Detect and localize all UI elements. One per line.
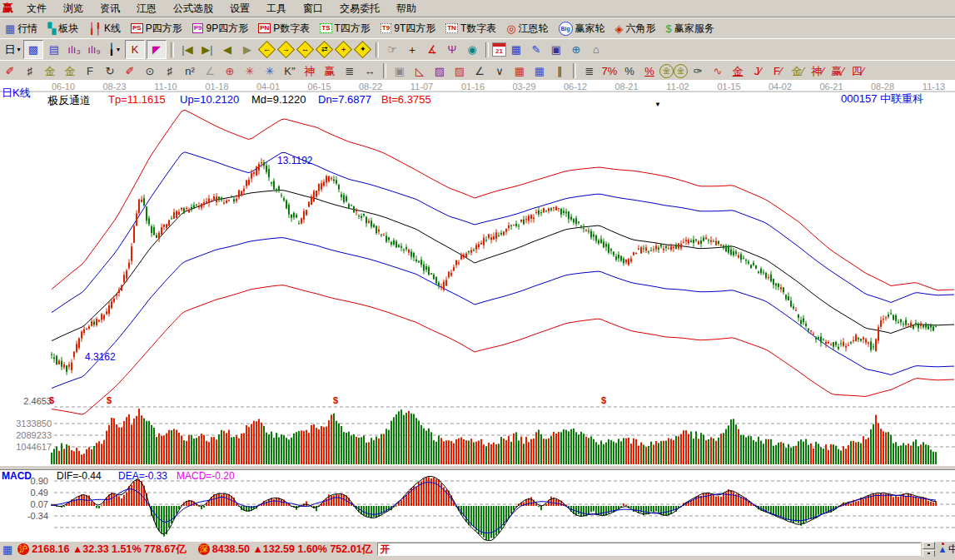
toolbar-p-square-button[interactable]: PSP四方形 bbox=[126, 19, 187, 37]
menu-item[interactable]: 浏览 bbox=[55, 1, 92, 16]
fan-box2-icon[interactable]: ▨ bbox=[450, 62, 469, 80]
ruler-123-icon[interactable]: ≣ bbox=[341, 62, 359, 80]
gann-fan-icon[interactable]: ◺ bbox=[410, 62, 429, 80]
menu-item[interactable]: 文件 bbox=[18, 1, 55, 16]
menu-item[interactable]: 资讯 bbox=[92, 1, 128, 16]
spinner-down-button[interactable] bbox=[923, 550, 935, 558]
a-wave-icon[interactable]: ∿ bbox=[709, 62, 727, 80]
shanghai-badge[interactable]: 沪 bbox=[17, 543, 29, 555]
diamond-zoomin-icon[interactable]: ＋ bbox=[335, 41, 352, 58]
bars-9-icon[interactable]: ılı₉ bbox=[85, 41, 103, 58]
menu-item[interactable]: 交易委托 bbox=[331, 1, 388, 16]
percent-icon[interactable]: % bbox=[620, 62, 639, 80]
wave-shell-icon[interactable]: ◉ bbox=[463, 41, 481, 58]
save-icon[interactable]: ▣ bbox=[547, 41, 565, 58]
pen-black-icon[interactable]: ✑ bbox=[689, 62, 707, 80]
first-page-icon[interactable]: |◀ bbox=[178, 41, 196, 58]
shenzhen-badge[interactable]: 深 bbox=[198, 543, 210, 555]
calculator-icon[interactable]: ▦ bbox=[507, 41, 525, 58]
angle-lines-icon[interactable]: ∠ bbox=[470, 62, 489, 80]
gold-grid-icon[interactable]: 金 bbox=[41, 62, 59, 80]
ying-grid-icon[interactable]: 赢 bbox=[321, 62, 339, 80]
spinner-up-button[interactable] bbox=[923, 542, 935, 549]
j-angle-icon[interactable]: J∕ bbox=[749, 62, 767, 80]
fan-box-icon[interactable]: ▨ bbox=[430, 62, 449, 80]
calendar-icon[interactable]: 21 bbox=[492, 42, 506, 57]
gann-shape-icon[interactable]: Ψ bbox=[443, 41, 461, 58]
toolbar-winner-wheel-button[interactable]: Big赢家轮 bbox=[554, 19, 610, 37]
export-globe-icon[interactable]: ⊕ bbox=[567, 41, 585, 58]
shen-grid-icon[interactable]: 神 bbox=[301, 62, 319, 80]
toolbar-t-table-button[interactable]: TNT数字表 bbox=[440, 19, 501, 37]
si-angle-icon[interactable]: 四∕ bbox=[848, 62, 867, 80]
angle-disabled-icon[interactable]: ∠ bbox=[201, 62, 219, 80]
toolbar-sectors-button[interactable]: ▚板块 bbox=[42, 19, 83, 37]
gold-circle-icon[interactable]: 金 bbox=[659, 64, 674, 78]
toolbar-quotes-button[interactable]: ▦行情 bbox=[0, 19, 42, 37]
grid-tool-icon[interactable]: ♯ bbox=[21, 62, 39, 80]
diamond-right-icon[interactable]: → bbox=[277, 41, 295, 58]
info-list-icon[interactable]: ▤ bbox=[45, 41, 63, 58]
prev-page-icon[interactable]: ◀ bbox=[218, 41, 236, 58]
market-table-icon[interactable]: ▦ bbox=[0, 543, 15, 556]
circle-cross-icon[interactable]: ⊕ bbox=[221, 62, 239, 80]
bars-3-icon[interactable]: ılı₃ bbox=[65, 41, 83, 58]
menu-item[interactable]: 设置 bbox=[221, 1, 258, 16]
n2-grid-icon[interactable]: n² bbox=[181, 62, 199, 80]
candle-style-icon[interactable]: ╽▾ bbox=[105, 41, 123, 58]
toolbar-kline-button[interactable]: ╽╿K线 bbox=[83, 19, 126, 37]
f-grid-icon[interactable]: F bbox=[81, 62, 99, 80]
circle-ruler-icon[interactable]: ⊙ bbox=[141, 62, 159, 80]
diamond-left-icon[interactable]: ← bbox=[258, 41, 276, 58]
last-page-icon[interactable]: ▶| bbox=[198, 41, 216, 58]
diamond-star-icon[interactable]: ✦ bbox=[354, 41, 371, 58]
spiral-icon[interactable]: ↻ bbox=[101, 62, 119, 80]
width-measure-icon[interactable]: ↔ bbox=[361, 62, 379, 80]
angle-measure-icon[interactable]: ∡ bbox=[423, 41, 441, 58]
hand-tool-icon[interactable]: ☞ bbox=[383, 41, 401, 58]
chart-area[interactable]: 06-1008-2311-1001-1804-0106-1508-2211-07… bbox=[0, 80, 955, 541]
k-quote-icon[interactable]: K″ bbox=[281, 62, 299, 80]
grid-arrow-icon[interactable]: ▦ bbox=[530, 62, 549, 80]
menu-item[interactable]: 窗口 bbox=[295, 1, 331, 16]
toolbar-gann-wheel-button[interactable]: ◎江恩轮 bbox=[501, 19, 553, 37]
web-red-icon[interactable]: ✳ bbox=[241, 62, 259, 80]
red-brush-icon[interactable]: ✐ bbox=[1, 62, 19, 80]
toolbar-winner-service-button[interactable]: $赢家服务 bbox=[661, 19, 719, 37]
shen-angle-icon[interactable]: 神∕ bbox=[808, 62, 827, 80]
percent-7-icon[interactable]: 7% bbox=[600, 62, 619, 80]
f-angle-icon[interactable]: F∕ bbox=[768, 62, 787, 80]
diamond-swap-icon[interactable]: ⇄ bbox=[316, 41, 333, 58]
toolbar-9t-square-button[interactable]: T99T四方形 bbox=[376, 19, 440, 37]
gold-grid2-icon[interactable]: 金 bbox=[61, 62, 79, 80]
kline-mode-icon[interactable]: K bbox=[125, 40, 145, 59]
quick-code-input[interactable]: 开 bbox=[377, 543, 921, 556]
rect-handles-icon[interactable]: ▣ bbox=[390, 62, 409, 80]
parallel-lines-icon[interactable]: ∥ bbox=[550, 62, 569, 80]
crosshair-icon[interactable]: ＋ bbox=[403, 41, 421, 58]
workstation-icon[interactable]: ⌂ bbox=[587, 41, 605, 58]
toolbar-9p-square-button[interactable]: P99P四方形 bbox=[187, 19, 253, 37]
gold-angle-icon[interactable]: 金∕ bbox=[788, 62, 807, 80]
gold-circle2-icon[interactable]: 金 bbox=[674, 64, 688, 78]
menu-item[interactable]: 江恩 bbox=[128, 1, 165, 16]
web-blue-icon[interactable]: ✳ bbox=[261, 62, 279, 80]
menu-item[interactable]: 帮助 bbox=[388, 1, 425, 16]
input-spinner[interactable] bbox=[923, 542, 935, 558]
toolbar-t-square-button[interactable]: TST四方形 bbox=[315, 19, 376, 37]
notepad-icon[interactable]: ✎ bbox=[527, 41, 545, 58]
period-day-button[interactable]: 日▾ bbox=[3, 41, 22, 58]
signal-tower-icon[interactable]: ▲ bbox=[937, 544, 948, 554]
percent-line-icon[interactable]: % bbox=[640, 62, 659, 80]
menu-item[interactable]: 公式选股 bbox=[165, 1, 221, 16]
flag-chart-icon[interactable]: ◤ bbox=[147, 40, 167, 59]
scale-123-icon[interactable]: ≣ bbox=[580, 62, 599, 80]
diamond-span-icon[interactable]: ↔ bbox=[296, 41, 314, 58]
next-page-icon[interactable]: ▶ bbox=[238, 41, 256, 58]
pattern-view-icon[interactable]: ▩ bbox=[23, 40, 43, 59]
gold-box-icon[interactable]: 金 bbox=[729, 62, 747, 80]
grid-red-icon[interactable]: ▦ bbox=[510, 62, 529, 80]
toolbar-hexagon-button[interactable]: ◈六角形 bbox=[610, 19, 661, 37]
v-bottom-icon[interactable]: ∨ bbox=[490, 62, 509, 80]
plain-grid-icon[interactable]: ♯ bbox=[161, 62, 179, 80]
